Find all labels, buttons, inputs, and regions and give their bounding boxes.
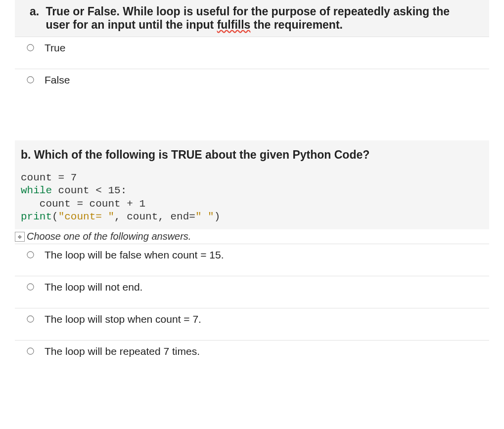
qa-option-row-0: True [15, 37, 489, 69]
radio-cell [25, 282, 45, 292]
question-a-header: a. True or False. While loop is useful f… [15, 0, 489, 37]
qb-radio-1[interactable] [27, 283, 34, 290]
code-mid: , count, end= [114, 211, 195, 222]
qb-option-label-1: The loop will not end. [45, 281, 142, 293]
question-b-block: b. Which of the following is TRUE about … [15, 130, 489, 372]
radio-cell [25, 43, 45, 53]
qa-radio-false[interactable] [27, 76, 34, 83]
code-while-kw: while [21, 185, 52, 196]
question-b-title: b. Which of the following is TRUE about … [21, 148, 483, 162]
qb-option-label-3: The loop will be repeated 7 times. [45, 345, 200, 357]
radio-cell [25, 250, 45, 260]
question-b-header: b. Which of the following is TRUE about … [15, 140, 489, 229]
code-print-fn: print [21, 211, 52, 222]
qa-option-row-1: False [15, 69, 489, 101]
quiz-container: a. True or False. While loop is useful f… [0, 0, 504, 382]
code-line3: count = count + 1 [21, 198, 145, 210]
qb-option-label-0: The loop will be false when count = 15. [45, 249, 224, 261]
qb-radio-0[interactable] [27, 251, 34, 258]
move-icon[interactable]: ✥ [15, 232, 25, 242]
qb-option-row-1: The loop will not end. [15, 276, 489, 308]
code-str2: " " [195, 211, 214, 222]
qa-option-label-1: False [45, 74, 70, 86]
code-line2-rest: count < 15: [52, 185, 127, 196]
qb-instruction-row: ✥ Choose one of the following answers. [15, 229, 489, 244]
qb-radio-3[interactable] [27, 347, 34, 354]
code-line1: count = 7 [21, 172, 77, 183]
code-block: count = 7 while count < 15: count = coun… [21, 172, 483, 223]
qa-spellword: fulfills [217, 18, 251, 31]
radio-cell [25, 346, 45, 356]
qb-instruction-text: Choose one of the following answers. [27, 231, 191, 242]
qa-radio-true[interactable] [27, 44, 34, 51]
qb-option-row-3: The loop will be repeated 7 times. [15, 341, 489, 372]
code-paren-open: ( [52, 211, 58, 222]
radio-cell [25, 75, 45, 85]
qb-option-label-2: The loop will stop when count = 7. [45, 313, 201, 325]
code-paren-close: ) [214, 211, 221, 222]
qa-option-label-0: True [45, 42, 65, 54]
spacer [15, 101, 489, 130]
code-str1: "count= " [58, 211, 114, 222]
radio-cell [25, 314, 45, 324]
qb-radio-2[interactable] [27, 315, 34, 322]
question-a-text: True or False. While loop is useful for … [46, 5, 475, 32]
qb-option-row-2: The loop will stop when count = 7. [15, 308, 489, 341]
question-a-marker: a. [30, 5, 43, 18]
qb-option-row-0: The loop will be false when count = 15. [15, 244, 489, 276]
qa-text-after: the requirement. [250, 18, 343, 31]
